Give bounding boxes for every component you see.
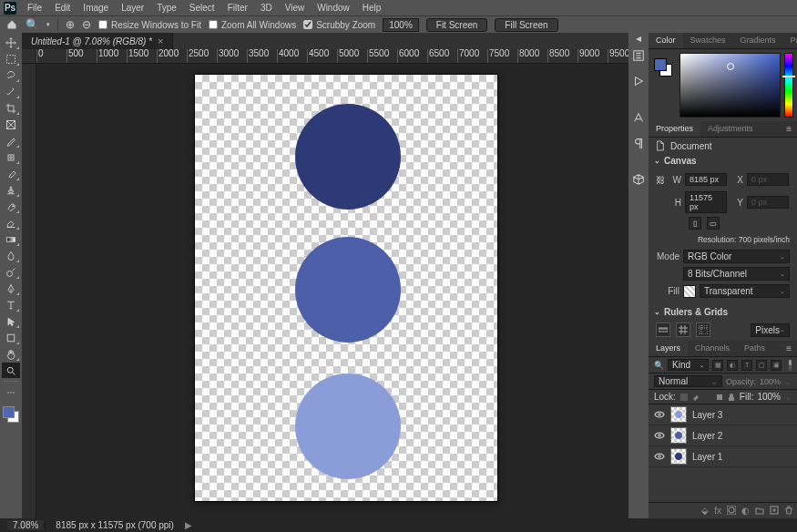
filter-text-icon[interactable]: T	[741, 360, 752, 371]
tab-swatches[interactable]: Swatches	[683, 33, 733, 48]
path-select-tool[interactable]	[2, 313, 20, 329]
menu-layer[interactable]: Layer	[116, 1, 149, 15]
menu-type[interactable]: Type	[151, 1, 182, 15]
portrait-icon[interactable]: ▯	[689, 217, 701, 230]
hand-tool[interactable]	[2, 346, 20, 362]
zoom-out-icon[interactable]: ⊖	[82, 18, 91, 31]
tab-color[interactable]: Color	[649, 33, 683, 48]
filter-pixel-icon[interactable]: ▦	[712, 360, 723, 371]
zoom-tool-icon[interactable]: 🔍	[26, 18, 39, 31]
height-field[interactable]: 11575 px	[685, 191, 727, 213]
hsv-picker[interactable]	[679, 53, 781, 118]
adjustment-layer-icon[interactable]: ◐	[741, 506, 750, 516]
lock-transparency-icon[interactable]	[679, 393, 688, 402]
layer-filter-type[interactable]: Kind⌄	[668, 359, 709, 371]
filter-adjustment-icon[interactable]: ◐	[727, 360, 738, 371]
layer-name[interactable]: Layer 3	[692, 410, 722, 420]
menu-filter[interactable]: Filter	[222, 1, 253, 15]
layer-name[interactable]: Layer 2	[692, 431, 722, 441]
character-panel-icon[interactable]	[630, 109, 647, 126]
zoom-all-checkbox[interactable]: Zoom All Windows	[209, 20, 296, 30]
menu-image[interactable]: Image	[77, 1, 114, 15]
crop-tool[interactable]	[2, 100, 20, 116]
marquee-tool[interactable]	[2, 51, 20, 66]
lock-position-icon[interactable]	[703, 393, 711, 402]
stamp-tool[interactable]	[2, 182, 20, 198]
paragraph-panel-icon[interactable]	[630, 135, 647, 151]
zoom-level[interactable]: 7.08%	[7, 520, 45, 530]
visibility-icon[interactable]	[654, 431, 665, 441]
link-layers-icon[interactable]: ⬙	[701, 506, 709, 516]
menu-select[interactable]: Select	[184, 1, 220, 15]
panel-menu-icon[interactable]: ≡	[781, 341, 797, 356]
document-tab[interactable]: Untitled-1 @ 7.08% (RGB/8) *×	[22, 33, 173, 49]
color-swatch[interactable]	[3, 406, 19, 423]
filter-shape-icon[interactable]: ▢	[756, 360, 767, 371]
foreground-color[interactable]	[3, 406, 15, 418]
vertical-ruler[interactable]	[22, 64, 36, 518]
menu-window[interactable]: Window	[312, 1, 355, 15]
canvas[interactable]	[195, 75, 497, 501]
status-menu-icon[interactable]: ▶	[185, 520, 192, 530]
menu-view[interactable]: View	[280, 1, 311, 15]
guides-icon[interactable]	[696, 322, 710, 337]
filter-toggle[interactable]	[789, 360, 792, 371]
lock-nested-icon[interactable]	[715, 393, 723, 402]
opacity-value[interactable]: 100%	[760, 377, 781, 386]
visibility-icon[interactable]	[654, 410, 665, 420]
pen-tool[interactable]	[2, 281, 20, 296]
fill-select[interactable]: Transparent⌄	[700, 284, 790, 298]
menu-file[interactable]: File	[22, 1, 47, 15]
grid-icon[interactable]	[676, 322, 690, 337]
resize-windows-checkbox[interactable]: Resize Windows to Fit	[98, 20, 201, 30]
healing-tool[interactable]	[2, 149, 20, 165]
layer-thumbnail[interactable]	[670, 406, 687, 423]
eyedropper-tool[interactable]	[2, 133, 20, 148]
edit-toolbar-icon[interactable]	[2, 384, 20, 400]
move-tool[interactable]	[2, 35, 20, 50]
rulers-section[interactable]: ⌄Rulers & Grids	[649, 305, 797, 319]
layer-row[interactable]: Layer 1	[649, 446, 797, 467]
eraser-tool[interactable]	[2, 215, 20, 230]
lock-pixels-icon[interactable]	[691, 393, 700, 402]
zoom-tool[interactable]	[2, 363, 20, 378]
shape-tool[interactable]	[2, 330, 20, 345]
link-dimensions-icon[interactable]: ⛓	[656, 171, 665, 188]
actions-panel-icon[interactable]	[630, 73, 647, 89]
tab-gradients[interactable]: Gradients	[733, 33, 783, 48]
group-icon[interactable]	[755, 506, 764, 517]
delete-layer-icon[interactable]	[784, 506, 793, 517]
wand-tool[interactable]	[2, 84, 20, 99]
scrubby-zoom-checkbox[interactable]: Scrubby Zoom	[303, 20, 375, 30]
visibility-icon[interactable]	[654, 452, 665, 462]
canvas-section[interactable]: ⌄Canvas	[649, 154, 797, 168]
tab-patterns[interactable]: Patterns	[783, 33, 797, 48]
layer-fx-icon[interactable]: fx	[714, 506, 721, 516]
hue-slider[interactable]	[784, 53, 793, 118]
width-field[interactable]: 8185 px	[685, 173, 727, 186]
tab-layers[interactable]: Layers	[649, 341, 688, 356]
layer-name[interactable]: Layer 1	[692, 452, 722, 462]
layer-thumbnail[interactable]	[670, 427, 687, 444]
zoom-percent-field[interactable]: 100%	[383, 18, 419, 32]
tab-channels[interactable]: Channels	[688, 341, 737, 356]
layer-thumbnail[interactable]	[670, 448, 687, 465]
tab-properties[interactable]: Properties	[649, 121, 700, 137]
horizontal-ruler[interactable]: 0500100015002000250030003500400045005000…	[36, 49, 628, 64]
new-layer-icon[interactable]	[770, 506, 779, 517]
fit-screen-button[interactable]: Fit Screen	[426, 18, 488, 32]
blur-tool[interactable]	[2, 248, 20, 263]
canvas-viewport[interactable]: 0500100015002000250030003500400045005000…	[22, 49, 628, 518]
blend-mode-select[interactable]: Normal⌄	[654, 375, 722, 387]
layer-row[interactable]: Layer 3	[649, 404, 797, 425]
ruler-origin[interactable]	[22, 49, 36, 64]
ruler-icon[interactable]	[656, 322, 670, 337]
fill-opacity-value[interactable]: 100%	[757, 392, 781, 402]
filter-smart-icon[interactable]: ▣	[771, 360, 782, 371]
menu-edit[interactable]: Edit	[49, 1, 76, 15]
expand-handle-icon[interactable]	[631, 36, 646, 42]
lasso-tool[interactable]	[2, 67, 20, 83]
fill-swatch[interactable]	[683, 285, 696, 298]
frame-tool[interactable]	[2, 117, 20, 132]
home-icon[interactable]	[5, 18, 18, 31]
